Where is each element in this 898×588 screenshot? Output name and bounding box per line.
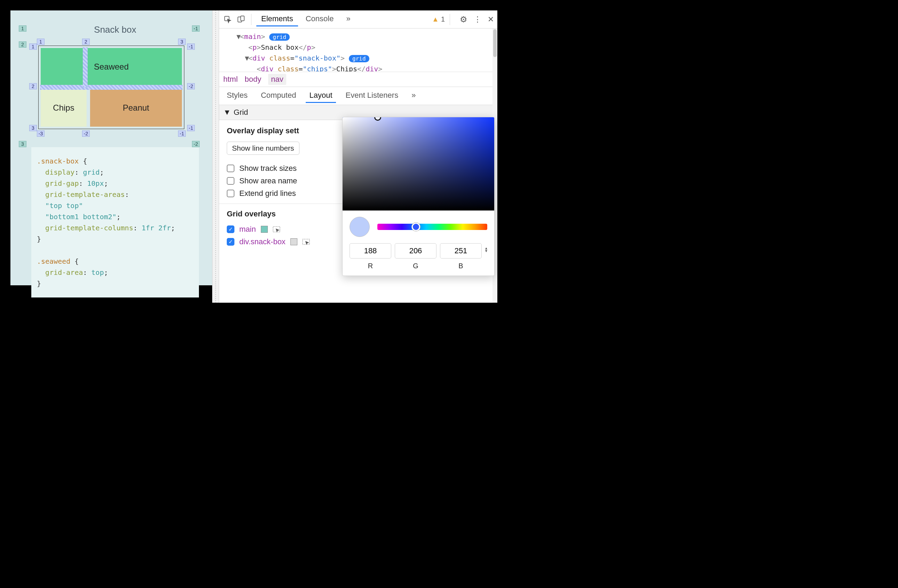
warning-count: 1 (441, 15, 445, 23)
row-line-2: 2 (29, 83, 37, 89)
outer-line-r1: -1 (192, 25, 200, 32)
tab-console[interactable]: Console (301, 12, 339, 26)
warning-icon: ▲ (432, 15, 439, 23)
breadcrumb: html body nav (219, 72, 497, 87)
svg-rect-2 (241, 15, 244, 20)
subtab-listeners[interactable]: Event Listeners (342, 89, 402, 103)
tab-elements[interactable]: Elements (256, 12, 298, 26)
cell-seaweed: Seaweed (41, 48, 182, 86)
subtab-layout[interactable]: Layout (306, 89, 336, 103)
devtools-toolbar: Elements Console » ▲ 1 ⚙ ⋮ ✕ (219, 11, 497, 29)
color-swatch[interactable] (261, 226, 268, 233)
outer-line-1: 1 (19, 25, 26, 32)
snack-box-grid: Seaweed Chips Peanut (38, 46, 185, 129)
col-line-n2: -2 (82, 131, 90, 137)
col-line-n3: -3 (37, 131, 45, 137)
highlight-icon[interactable] (302, 239, 310, 245)
subtab-more[interactable]: » (408, 89, 419, 103)
checkbox-on-icon: ✓ (227, 238, 234, 246)
highlight-icon[interactable] (273, 226, 280, 232)
grid-badge-2[interactable]: grid (349, 55, 369, 62)
grid-badge[interactable]: grid (269, 34, 290, 41)
overlay-name: div.snack-box (239, 237, 286, 246)
grid-container: 1 -1 2 -2 3 1 2 3 1 2 3 -1 -2 -1 -3 -2 -… (38, 46, 185, 129)
dom-tree[interactable]: ▼<main> grid <p>Snack box</p> ▼<div clas… (219, 29, 497, 72)
checkbox-on-icon: ✓ (227, 225, 234, 233)
devtools-panel: Elements Console » ▲ 1 ⚙ ⋮ ✕ ▼<main> gri… (219, 11, 497, 303)
checkbox-icon (227, 177, 234, 185)
page-viewport: Snack box 1 -1 2 -2 3 1 2 3 1 2 3 -1 -2 … (11, 11, 212, 285)
hue-slider[interactable] (377, 224, 487, 230)
color-g-input[interactable] (395, 243, 437, 259)
col-line-2: 2 (82, 38, 90, 45)
label-g: G (395, 262, 437, 270)
line-number-dropdown[interactable]: Show line numbers (227, 142, 300, 155)
cell-chips: Chips (41, 89, 87, 127)
close-icon[interactable]: ✕ (487, 15, 494, 24)
css-code-display: .snack-box { display: grid; grid-gap: 10… (31, 147, 199, 297)
checkbox-icon (227, 189, 234, 197)
device-toggle-icon[interactable] (236, 14, 246, 25)
styles-tabs: Styles Computed Layout Event Listeners » (219, 87, 497, 105)
subtab-styles[interactable]: Styles (223, 89, 251, 103)
scroll-thumb[interactable] (493, 29, 497, 57)
color-field[interactable] (343, 117, 494, 211)
row-line-n1a: -1 (187, 43, 195, 50)
subtab-computed[interactable]: Computed (257, 89, 300, 103)
check-label: Show track sizes (239, 164, 297, 173)
outer-line-2: 2 (19, 42, 26, 48)
outer-line-r2: -2 (192, 141, 200, 147)
col-line-1: 1 (37, 38, 45, 45)
crumb-body[interactable]: body (245, 75, 261, 84)
gear-icon[interactable]: ⚙ (460, 15, 467, 25)
row-line-n2: -2 (187, 83, 195, 89)
toolbar-separator-2 (450, 14, 450, 25)
check-label: Show area name (239, 176, 297, 185)
warning-badge[interactable]: ▲ 1 (432, 15, 445, 23)
checkbox-icon (227, 165, 234, 172)
inspect-icon[interactable] (223, 14, 233, 25)
crumb-nav[interactable]: nav (268, 74, 286, 85)
grid-section-label: Grid (234, 108, 248, 117)
dropdown-label: Show line numbers (232, 144, 294, 152)
cell-peanut: Peanut (90, 89, 182, 127)
outer-line-3: 3 (19, 141, 26, 147)
color-mode-toggle[interactable]: ▴▾ (485, 243, 487, 252)
chevron-down-icon: ▼ (223, 108, 231, 117)
label-b: B (440, 262, 482, 270)
color-preview[interactable] (349, 217, 370, 237)
kebab-icon[interactable]: ⋮ (474, 15, 481, 24)
hue-knob[interactable] (412, 223, 420, 231)
check-label: Extend grid lines (239, 189, 296, 198)
crumb-html[interactable]: html (223, 75, 238, 84)
color-swatch[interactable] (291, 238, 297, 245)
color-picker-popover: R G B ▴▾ (342, 117, 495, 276)
row-line-n1b: -1 (187, 125, 195, 131)
overlay-name: main (239, 225, 256, 234)
col-line-n1: -1 (178, 131, 186, 137)
pane-resizer[interactable] (212, 11, 219, 303)
row-line-3: 3 (29, 125, 37, 131)
label-r: R (349, 262, 391, 270)
color-r-input[interactable] (349, 243, 391, 259)
color-b-input[interactable] (440, 243, 482, 259)
row-line-1: 1 (29, 43, 37, 50)
color-cursor[interactable] (374, 117, 381, 121)
col-line-3: 3 (178, 38, 186, 45)
tab-more[interactable]: » (341, 12, 355, 26)
page-title: Snack box (31, 25, 199, 35)
